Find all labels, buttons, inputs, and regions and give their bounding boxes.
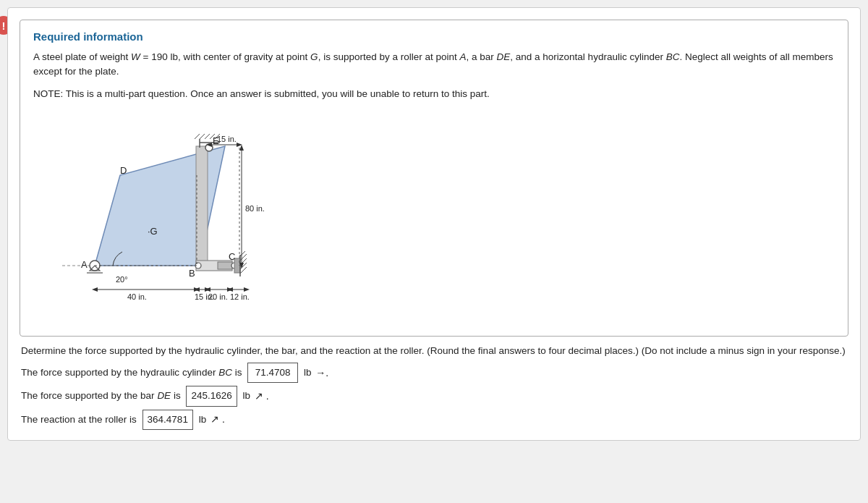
answer-line-3: The reaction at the roller is 364.4781 l… [21, 410, 847, 430]
info-description: A steel plate of weight W = 190 lb, with… [33, 50, 835, 80]
label-B: B [189, 268, 195, 279]
q3-label: The reaction at the roller is [21, 411, 140, 428]
svg-marker-44 [244, 287, 250, 292]
q1-direction: →. [312, 364, 328, 382]
label-D: D [120, 165, 127, 176]
svg-rect-8 [218, 262, 232, 269]
diagram-svg: E D ·G A B C 15 in. 80 in. 20 [55, 110, 301, 320]
q2-label: The force supported by the bar DE is [21, 387, 183, 405]
diagram-area: E D ·G A B C 15 in. 80 in. 20 [33, 110, 835, 320]
q3-direction: ↗ . [208, 410, 225, 428]
info-box: Required information A steel plate of we… [20, 20, 848, 337]
svg-marker-34 [92, 287, 98, 292]
dim-20in: 20 in. [208, 292, 228, 301]
q1-unit: lb [301, 364, 311, 381]
dim-15in-top: 15 in. [217, 135, 237, 143]
q1-label: The force supported by the hydraulic cyl… [21, 364, 244, 381]
dim-80in: 80 in. [245, 204, 265, 213]
dim-20deg: 20° [116, 275, 128, 284]
q2-direction: ↗ . [252, 387, 269, 405]
svg-line-13 [240, 251, 245, 256]
dim-40in: 40 in. [127, 292, 147, 301]
q1-value: 71.4708 [247, 363, 298, 383]
question-intro: Determine the force supported by the hyd… [21, 344, 847, 358]
q3-value: 364.4781 [142, 410, 193, 430]
info-note: NOTE: This is a multi-part question. Onc… [33, 87, 835, 101]
page-container: Required information A steel plate of we… [7, 7, 861, 441]
answer-line-2: The force supported by the bar DE is 245… [21, 386, 847, 406]
q3-unit: lb [196, 411, 206, 428]
dim-12in: 12 in. [230, 292, 250, 301]
svg-line-21 [195, 134, 200, 139]
svg-marker-28 [239, 145, 244, 151]
answer-line-1: The force supported by the hydraulic cyl… [21, 363, 847, 383]
label-G: ·G [148, 226, 158, 237]
svg-rect-1 [196, 146, 208, 266]
svg-line-22 [200, 134, 205, 139]
label-A: A [81, 259, 88, 270]
info-title: Required information [33, 30, 835, 43]
label-C: C [229, 251, 235, 262]
q2-value: 245.1626 [186, 386, 237, 406]
q2-unit: lb [240, 387, 250, 405]
svg-line-23 [205, 134, 210, 139]
questions-section: Determine the force supported by the hyd… [8, 337, 860, 440]
